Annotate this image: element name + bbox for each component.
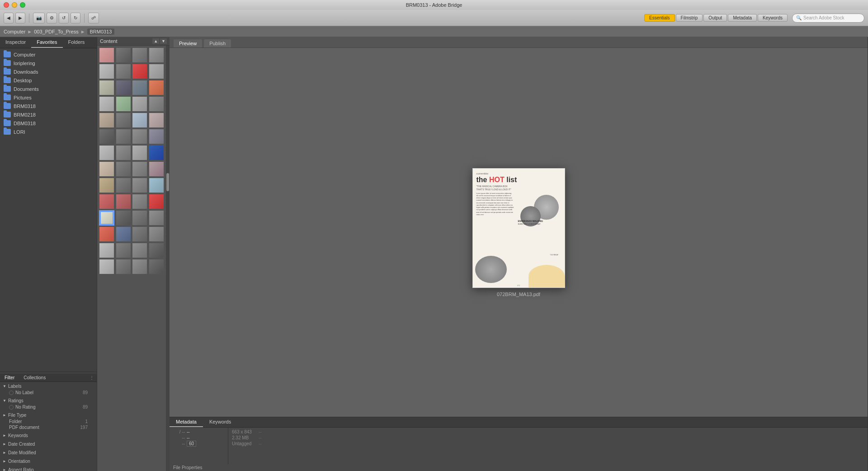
- thumb-10[interactable]: [116, 80, 131, 95]
- refine-button[interactable]: ⚙: [47, 13, 57, 24]
- thumb-25[interactable]: [99, 145, 114, 160]
- breadcrumb-computer[interactable]: Computer: [4, 29, 25, 34]
- favorites-tab[interactable]: Favorites: [31, 37, 62, 48]
- thumb-37[interactable]: [99, 194, 114, 209]
- thumb-21[interactable]: [99, 129, 114, 144]
- close-button[interactable]: [4, 2, 9, 8]
- thumb-52[interactable]: [149, 243, 164, 258]
- filter-group-filetype-header[interactable]: ► File Type: [0, 412, 97, 419]
- thumb-42[interactable]: [116, 210, 131, 226]
- fav-item-documents[interactable]: Documents: [0, 85, 97, 93]
- thumb-50[interactable]: [116, 243, 131, 258]
- thumb-26[interactable]: [116, 145, 131, 160]
- content-scrolltrack[interactable]: [166, 46, 170, 471]
- thumb-8[interactable]: [149, 64, 164, 79]
- thumb-39[interactable]: [132, 194, 147, 209]
- thumb-53[interactable]: [99, 259, 114, 274]
- sort-asc-button[interactable]: ▲: [152, 38, 159, 44]
- fav-item-lori[interactable]: loriplering: [0, 59, 97, 67]
- thumb-28[interactable]: [149, 145, 164, 160]
- workspace-tab-keywords[interactable]: Keywords: [758, 14, 788, 22]
- thumb-45[interactable]: [99, 226, 114, 242]
- rotate-ccw-button[interactable]: ↺: [59, 13, 69, 24]
- fav-item-brm0318[interactable]: BRM0318: [0, 102, 97, 110]
- thumb-5[interactable]: [99, 64, 114, 79]
- thumb-47[interactable]: [132, 226, 147, 242]
- breadcrumb-current[interactable]: BRM0313: [87, 28, 115, 35]
- thumb-36[interactable]: [149, 178, 164, 193]
- minimize-button[interactable]: [12, 2, 17, 8]
- thumb-12[interactable]: [149, 80, 164, 95]
- thumb-6[interactable]: [116, 64, 131, 79]
- thumb-7[interactable]: [132, 64, 147, 79]
- thumb-48[interactable]: [149, 226, 164, 242]
- filter-row-no-rating[interactable]: No Rating 89: [0, 404, 97, 410]
- rotate-cw-button[interactable]: ↻: [71, 13, 80, 24]
- preview-tab[interactable]: Preview: [173, 39, 203, 47]
- thumb-43[interactable]: [132, 210, 147, 226]
- thumb-24[interactable]: [149, 129, 164, 144]
- metadata-tab[interactable]: Metadata: [170, 417, 203, 427]
- thumb-29[interactable]: [99, 161, 114, 177]
- thumb-40[interactable]: [149, 194, 164, 209]
- thumb-46[interactable]: [116, 226, 131, 242]
- fav-item-brm0218[interactable]: BRM0218: [0, 110, 97, 119]
- thumb-22[interactable]: [116, 129, 131, 144]
- fav-item-dbm0318[interactable]: DBM0318: [0, 119, 97, 127]
- filter-group-keywords-header[interactable]: ► Keywords: [0, 432, 97, 439]
- fav-item-downloads[interactable]: Downloads: [0, 67, 97, 76]
- open-in-camera-raw-button[interactable]: ☍: [88, 13, 99, 24]
- search-box[interactable]: 🔍 Search Adobe Stock: [792, 14, 864, 23]
- fav-item-desktop[interactable]: Desktop: [0, 76, 97, 85]
- filter-group-date-modified-header[interactable]: ► Date Modified: [0, 449, 97, 456]
- fav-item-pictures[interactable]: Pictures: [0, 93, 97, 102]
- filter-group-date-created-header[interactable]: ► Date Created: [0, 441, 97, 447]
- thumb-38[interactable]: [116, 194, 131, 209]
- thumb-16[interactable]: [149, 96, 164, 112]
- workspace-tab-filmstrip[interactable]: Filmstrip: [676, 14, 703, 22]
- workspace-tab-metadata[interactable]: Metadata: [728, 14, 757, 22]
- thumb-32[interactable]: [149, 161, 164, 177]
- filter-group-aspect-ratio-header[interactable]: ► Aspect Ratio: [0, 466, 97, 471]
- forward-button[interactable]: ▶: [15, 13, 25, 24]
- thumb-55[interactable]: [132, 259, 147, 274]
- fav-item-lori2[interactable]: LORI: [0, 127, 97, 136]
- thumb-1[interactable]: [99, 47, 114, 63]
- thumb-35[interactable]: [132, 178, 147, 193]
- filter-group-labels-header[interactable]: ▼ Labels: [0, 383, 97, 390]
- filter-row-no-label[interactable]: No Label 89: [0, 390, 97, 396]
- thumb-17[interactable]: [99, 113, 114, 128]
- filter-tab[interactable]: Filter: [0, 374, 19, 382]
- thumb-14[interactable]: [116, 96, 131, 112]
- thumb-56[interactable]: [149, 259, 164, 274]
- filter-group-orientation-header[interactable]: ► Orientation: [0, 458, 97, 465]
- thumb-49[interactable]: [99, 243, 114, 258]
- thumb-2[interactable]: [116, 47, 131, 63]
- filter-group-ratings-header[interactable]: ▼ Ratings: [0, 397, 97, 404]
- thumb-34[interactable]: [116, 178, 131, 193]
- workspace-tab-essentials[interactable]: Essentials: [644, 14, 675, 22]
- thumb-33[interactable]: [99, 178, 114, 193]
- keywords-tab[interactable]: Keywords: [203, 417, 237, 427]
- fav-item-computer[interactable]: Computer: [0, 50, 97, 59]
- maximize-button[interactable]: [20, 2, 25, 8]
- thumb-11[interactable]: [132, 80, 147, 95]
- thumb-4[interactable]: [149, 47, 164, 63]
- filter-row-pdf[interactable]: PDF document 197: [0, 424, 97, 430]
- thumb-30[interactable]: [116, 161, 131, 177]
- inspector-tab[interactable]: Inspector: [0, 37, 31, 48]
- thumb-19[interactable]: [132, 113, 147, 128]
- content-scrollbar-thumb[interactable]: [166, 173, 169, 191]
- thumb-54[interactable]: [116, 259, 131, 274]
- thumb-51[interactable]: [132, 243, 147, 258]
- collections-tab[interactable]: Collections: [19, 374, 50, 382]
- camera-button[interactable]: 📷: [33, 13, 45, 24]
- thumb-31[interactable]: [132, 161, 147, 177]
- back-button[interactable]: ◀: [4, 13, 14, 24]
- window-controls[interactable]: [4, 2, 25, 8]
- thumb-18[interactable]: [116, 113, 131, 128]
- thumb-9[interactable]: [99, 80, 114, 95]
- thumb-44[interactable]: [149, 210, 164, 226]
- breadcrumb-pdf-to-press[interactable]: 003_PDF_To_Press: [34, 29, 78, 34]
- thumb-3[interactable]: [132, 47, 147, 63]
